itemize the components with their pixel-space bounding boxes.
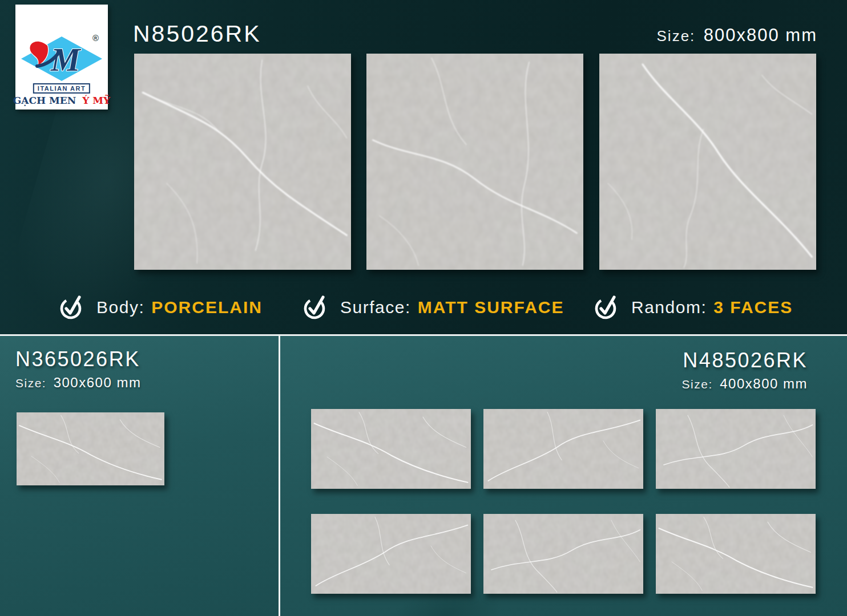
logo-brand-name: GẠCH MEN Ý MỸ <box>13 95 110 106</box>
size-label: Size: <box>15 376 46 390</box>
feature-surface-label: Surface: <box>340 298 411 317</box>
logo-italian-art-label: ITALIAN ART <box>33 83 90 94</box>
check-icon <box>302 293 329 322</box>
feature-surface: Surface: MATT SURFACE <box>302 290 564 325</box>
tile-sample-400x800-6 <box>656 514 816 594</box>
logo-y-swoosh <box>30 42 48 65</box>
product-code-400x800: N485026RK <box>682 348 808 372</box>
tile-sample-400x800-2 <box>483 409 643 489</box>
size-value: 800x800 mm <box>704 25 817 45</box>
size-line-800x800: Size: 800x800 mm <box>657 25 817 46</box>
feature-body-label: Body: <box>96 298 144 317</box>
registered-mark: ® <box>92 33 99 43</box>
tile-sample-300x600 <box>17 412 164 485</box>
size-label: Size: <box>657 27 696 44</box>
size-value: 400x800 mm <box>720 376 808 391</box>
product-code-300x600: N365026RK <box>15 347 141 371</box>
size-label: Size: <box>682 378 713 391</box>
feature-random-value: 3 FACES <box>713 298 793 317</box>
tile-sample-800x800-2 <box>366 54 583 270</box>
check-icon <box>594 293 620 322</box>
ym-monogram-icon: M <box>21 33 102 83</box>
tile-sample-400x800-3 <box>656 409 816 489</box>
panel-400x800: N485026RK Size: 400x800 mm <box>280 336 847 616</box>
tile-sample-400x800-4 <box>311 514 471 594</box>
panel-300x600: N365026RK Size: 300x600 mm <box>0 336 279 616</box>
check-icon <box>59 293 85 322</box>
tile-sample-400x800-5 <box>483 514 643 594</box>
size-value: 300x600 mm <box>54 375 142 390</box>
size-line-400x800: Size: 400x800 mm <box>682 376 808 392</box>
feature-body: Body: PORCELAIN <box>59 290 263 325</box>
feature-surface-value: MATT SURFACE <box>418 298 564 317</box>
top-section: M ® ITALIAN ART GẠCH MEN Ý MỸ N85026RK S… <box>0 0 847 334</box>
feature-random: Random: 3 FACES <box>594 290 793 325</box>
tile-sample-800x800-3 <box>599 54 816 270</box>
tile-sample-800x800-1 <box>134 54 351 270</box>
feature-body-value: PORCELAIN <box>151 298 263 317</box>
size-line-300x600: Size: 300x600 mm <box>15 375 141 391</box>
brand-logo: M ® ITALIAN ART GẠCH MEN Ý MỸ <box>15 5 108 110</box>
tile-sample-400x800-1 <box>311 409 471 489</box>
logo-m-letter: M <box>50 41 82 78</box>
feature-random-label: Random: <box>631 298 707 317</box>
logo-brand-name-blue: GẠCH MEN <box>13 95 76 106</box>
product-code-800x800: N85026RK <box>133 21 261 47</box>
logo-brand-name-red: Ý MỸ <box>82 95 110 106</box>
